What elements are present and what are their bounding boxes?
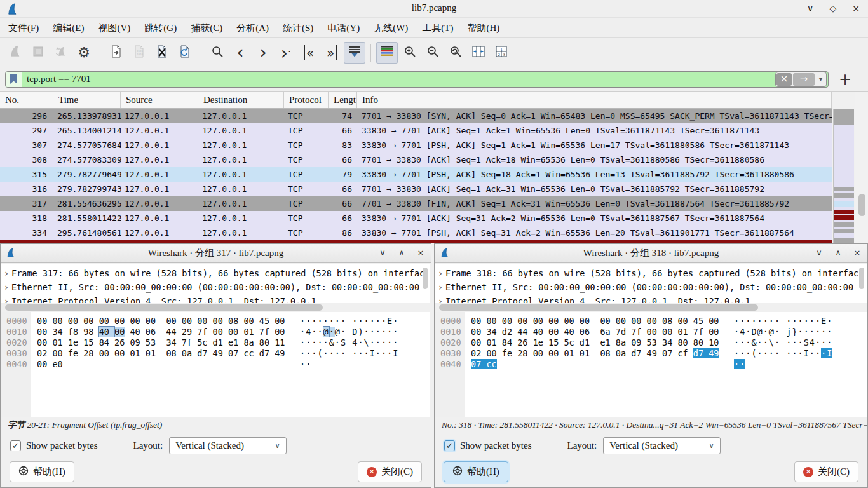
column-header-length[interactable]: Length: [329, 92, 357, 108]
menu-item[interactable]: 统计(S): [276, 18, 320, 37]
filter-expression[interactable]: tcp.port == 7701: [22, 74, 775, 85]
filter-dropdown-caret[interactable]: ▾: [815, 76, 826, 83]
scrollbar-thumb[interactable]: [439, 304, 758, 311]
toolbar-auto-scroll-button[interactable]: [344, 42, 365, 64]
tree-vertical-scrollbar[interactable]: [859, 268, 864, 289]
packet-row-307[interactable]: 307274.577057684127.0.0.1127.0.0.1TCP833…: [0, 138, 832, 152]
help-button[interactable]: 帮助(H): [10, 461, 74, 482]
packet-list-scrollbar[interactable]: [855, 92, 868, 243]
maximize-button[interactable]: ◇: [826, 1, 840, 15]
column-header-source[interactable]: Source: [121, 92, 198, 108]
toolbar-go-last-button[interactable]: »: [321, 42, 342, 64]
popup-minimize-button[interactable]: ∨: [376, 246, 389, 260]
menu-item[interactable]: 电话(Y): [320, 18, 367, 37]
tree-horizontal-scrollbar[interactable]: [1, 303, 430, 312]
column-header-time[interactable]: Time: [53, 92, 121, 108]
packet-row-296[interactable]: 296265.133978931127.0.0.1127.0.0.1TCP747…: [0, 109, 832, 123]
show-packet-bytes-checkbox[interactable]: ✓: [10, 440, 21, 451]
hex-row[interactable]: 003002 00 fe 28 00 00 01 01 08 0a d7 49 …: [1, 348, 430, 359]
menu-item[interactable]: 视图(V): [92, 18, 138, 37]
toolbar-open-file-button[interactable]: [105, 42, 127, 64]
column-header-destination[interactable]: Destination: [198, 92, 284, 108]
column-header-info[interactable]: Info: [357, 92, 832, 108]
tree-item[interactable]: ›Ethernet II, Src: 00:00:00_00:00:00 (00…: [435, 280, 867, 294]
hex-row[interactable]: 003002 00 fe 28 00 00 01 01 08 0a d7 49 …: [435, 348, 867, 359]
popup-maximize-button[interactable]: ∧: [395, 246, 408, 260]
menu-item[interactable]: 编辑(E): [46, 18, 91, 37]
hex-row[interactable]: 000000 00 00 00 00 00 00 00 00 00 00 00 …: [435, 316, 867, 327]
filter-bookmark-icon[interactable]: [6, 72, 22, 87]
hex-row[interactable]: 004000 e0··: [1, 359, 430, 370]
toolbar-go-back-button[interactable]: ‹: [229, 42, 251, 64]
scrollbar-thumb[interactable]: [858, 194, 865, 216]
hex-row[interactable]: 001000 34 f8 98 40 00 40 06 44 29 7f 00 …: [1, 327, 430, 337]
menu-item[interactable]: 分析(A): [229, 18, 276, 37]
toolbar-resize-columns-button[interactable]: [468, 42, 489, 64]
toolbar-colorize-button[interactable]: [376, 42, 398, 64]
intelligent-scrollbar-minimap[interactable]: [833, 109, 854, 243]
packet-detail-tree[interactable]: ›Frame 318: 66 bytes on wire (528 bits),…: [435, 264, 867, 303]
close-dialog-button[interactable]: ✕关闭(C): [358, 461, 422, 482]
toolbar-go-first-button[interactable]: «: [298, 42, 320, 64]
popup-minimize-button[interactable]: ∨: [813, 246, 825, 260]
packet-row-317[interactable]: 317281.554636295127.0.0.1127.0.0.1TCP667…: [0, 196, 832, 211]
layout-select[interactable]: Vertical (Stacked)∨: [603, 437, 721, 454]
filter-clear-button[interactable]: ×: [776, 73, 792, 86]
toolbar-close-file-button[interactable]: [151, 42, 173, 64]
toolbar-zoom-reset-button[interactable]: [445, 42, 466, 64]
packet-bytes-pane[interactable]: 000000 00 00 00 00 00 00 00 00 00 00 00 …: [435, 312, 867, 417]
close-button[interactable]: ×: [849, 1, 863, 15]
filter-add-button[interactable]: +: [839, 72, 851, 87]
toolbar-stop-capture-button[interactable]: [27, 42, 49, 64]
packet-row-315[interactable]: 315279.782779649127.0.0.1127.0.0.1TCP793…: [0, 167, 832, 182]
display-filter-input[interactable]: tcp.port == 7701 × → ▾: [5, 71, 829, 88]
tree-vertical-scrollbar[interactable]: [423, 268, 428, 289]
menu-item[interactable]: 工具(T): [415, 18, 460, 37]
column-header-protocol[interactable]: Protocol: [284, 92, 329, 108]
packet-row-308[interactable]: 308274.577083309127.0.0.1127.0.0.1TCP667…: [0, 152, 832, 167]
expand-chevron-icon[interactable]: ›: [1, 294, 11, 303]
tree-horizontal-scrollbar[interactable]: [435, 303, 867, 312]
menu-item[interactable]: 文件(F): [1, 18, 46, 37]
tree-item[interactable]: ›Internet Protocol Version 4, Src: 127.0…: [435, 294, 867, 303]
toolbar-go-forward-button[interactable]: ›: [252, 42, 274, 64]
hex-row[interactable]: 002000 01 1e 15 84 26 09 53 34 7f 5c d1 …: [1, 337, 430, 348]
toolbar-save-file-button[interactable]: 01011010: [128, 42, 150, 64]
packet-bytes-pane[interactable]: 000000 00 00 00 00 00 00 00 00 00 00 00 …: [1, 312, 430, 417]
menu-item[interactable]: 捕获(C): [184, 18, 229, 37]
expand-chevron-icon[interactable]: ›: [1, 280, 11, 294]
filter-apply-button[interactable]: →: [793, 73, 815, 86]
menu-item[interactable]: 跳转(G): [137, 18, 184, 37]
help-button[interactable]: 帮助(H): [444, 461, 508, 482]
close-dialog-button[interactable]: ✕关闭(C): [794, 461, 858, 482]
tree-item[interactable]: ›Internet Protocol Version 4, Src: 127.0…: [1, 294, 430, 303]
toolbar-zoom-in-button[interactable]: [399, 42, 421, 64]
tree-item[interactable]: ›Frame 317: 66 bytes on wire (528 bits),…: [1, 266, 430, 280]
popup-close-button[interactable]: ×: [414, 246, 427, 260]
packet-row-318[interactable]: 318281.558011422127.0.0.1127.0.0.1TCP663…: [0, 211, 832, 226]
popup-close-button[interactable]: ×: [851, 246, 864, 260]
layout-select[interactable]: Vertical (Stacked)∨: [169, 437, 287, 454]
packet-row-297[interactable]: 297265.134001214127.0.0.1127.0.0.1TCP663…: [0, 123, 832, 138]
tree-item[interactable]: ›Ethernet II, Src: 00:00:00_00:00:00 (00…: [1, 280, 430, 294]
toolbar-find-packet-button[interactable]: [207, 42, 228, 64]
expand-chevron-icon[interactable]: ›: [1, 266, 11, 280]
toolbar-go-to-packet-button[interactable]: ›·: [275, 42, 297, 64]
minimize-button[interactable]: ∨: [803, 1, 817, 15]
hex-row[interactable]: 001000 34 d2 44 40 00 40 06 6a 7d 7f 00 …: [435, 327, 867, 337]
scrollbar-thumb[interactable]: [5, 304, 323, 311]
packet-row-316[interactable]: 316279.782799743127.0.0.1127.0.0.1TCP667…: [0, 182, 832, 196]
hex-row[interactable]: 000000 00 00 00 00 00 00 00 00 00 00 00 …: [1, 316, 430, 327]
toolbar-reload-file-button[interactable]: [174, 42, 196, 64]
toolbar-start-capture-button[interactable]: [4, 42, 26, 64]
packet-row-334[interactable]: 334295.761480561127.0.0.1127.0.0.1TCP863…: [0, 226, 832, 240]
hex-row[interactable]: 002000 01 84 26 1e 15 5c d1 e1 8a 09 53 …: [435, 337, 867, 348]
toolbar-zoom-out-button[interactable]: [422, 42, 444, 64]
expand-chevron-icon[interactable]: ›: [435, 294, 445, 303]
menu-item[interactable]: 无线(W): [367, 18, 415, 37]
toolbar-restart-capture-button[interactable]: [50, 42, 72, 64]
toolbar-capture-options-button[interactable]: ⚙: [73, 42, 95, 64]
menu-item[interactable]: 帮助(H): [460, 18, 506, 37]
popup-maximize-button[interactable]: ∧: [832, 246, 844, 260]
expand-chevron-icon[interactable]: ›: [435, 266, 445, 280]
